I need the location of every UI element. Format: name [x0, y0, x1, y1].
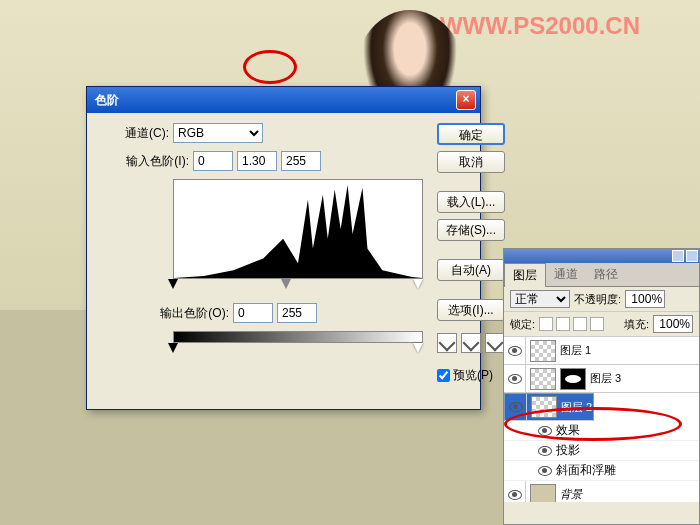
layer-mask-thumbnail [560, 368, 586, 390]
panel-header[interactable] [504, 249, 699, 263]
output-levels-label: 输出色阶(O): [103, 305, 229, 322]
close-button[interactable]: × [456, 90, 476, 110]
opacity-label: 不透明度: [574, 292, 621, 307]
layer-item-background[interactable]: 背景 [504, 481, 699, 502]
channel-label: 通道(C): [103, 125, 169, 142]
gray-eyedropper-icon[interactable] [461, 333, 481, 353]
layers-list: 图层 1 图层 3 图层 2 效果 投影 斜面和浮雕 背景 [504, 337, 699, 502]
preview-label: 预览(P) [453, 367, 493, 384]
preview-checkbox[interactable] [437, 369, 450, 382]
lock-all-icon[interactable] [590, 317, 604, 331]
tab-layers[interactable]: 图层 [504, 263, 546, 287]
lock-transparent-icon[interactable] [539, 317, 553, 331]
layer-item-2[interactable]: 图层 2 [504, 393, 594, 421]
watermark: WWW.PS2000.CN [440, 12, 640, 40]
black-point-slider[interactable] [168, 279, 178, 289]
options-button[interactable]: 选项(I)... [437, 299, 505, 321]
output-slider-track[interactable] [173, 343, 423, 355]
eye-icon [508, 374, 522, 384]
eye-icon [508, 346, 522, 356]
eye-icon [509, 402, 523, 412]
histogram [173, 179, 423, 279]
eye-icon [508, 490, 522, 500]
white-point-slider[interactable] [413, 279, 423, 289]
fx-bevel[interactable]: 斜面和浮雕 [504, 461, 699, 481]
dialog-title: 色阶 [91, 92, 456, 109]
black-eyedropper-icon[interactable] [437, 333, 457, 353]
panel-tabs: 图层 通道 路径 [504, 263, 699, 287]
layer-thumbnail [530, 484, 556, 503]
auto-button[interactable]: 自动(A) [437, 259, 505, 281]
fx-effects[interactable]: 效果 [504, 421, 699, 441]
layer-item-3[interactable]: 图层 3 [504, 365, 699, 393]
visibility-toggle[interactable] [505, 394, 527, 420]
visibility-toggle[interactable] [504, 365, 526, 392]
blend-mode-select[interactable]: 正常 [510, 290, 570, 308]
tab-paths[interactable]: 路径 [586, 263, 626, 286]
layer-item-1[interactable]: 图层 1 [504, 337, 699, 365]
layer-name: 图层 2 [561, 400, 593, 415]
white-eyedropper-icon[interactable] [485, 333, 505, 353]
load-button[interactable]: 载入(L)... [437, 191, 505, 213]
fx-drop-shadow[interactable]: 投影 [504, 441, 699, 461]
input-levels-label: 输入色阶(I): [103, 153, 189, 170]
input-white-field[interactable] [281, 151, 321, 171]
layers-panel: 图层 通道 路径 正常 不透明度: 锁定: 填充: 图层 1 图层 3 [503, 248, 700, 525]
output-black-field[interactable] [233, 303, 273, 323]
input-gamma-field[interactable] [237, 151, 277, 171]
save-button[interactable]: 存储(S)... [437, 219, 505, 241]
fill-label: 填充: [624, 317, 649, 332]
layer-name: 图层 1 [560, 343, 699, 358]
tab-channels[interactable]: 通道 [546, 263, 586, 286]
eye-icon [538, 446, 552, 456]
layer-name: 背景 [560, 487, 699, 502]
dialog-titlebar[interactable]: 色阶 × [87, 87, 480, 113]
layer-name: 图层 3 [590, 371, 699, 386]
eye-icon [538, 426, 552, 436]
lock-pixels-icon[interactable] [556, 317, 570, 331]
visibility-toggle[interactable] [504, 481, 526, 502]
lock-label: 锁定: [510, 317, 535, 332]
close-panel-icon[interactable] [686, 250, 698, 262]
visibility-toggle[interactable] [504, 337, 526, 364]
layer-thumbnail [530, 368, 556, 390]
eye-icon [538, 466, 552, 476]
output-white-slider[interactable] [413, 343, 423, 353]
layer-thumbnail [530, 340, 556, 362]
cancel-button[interactable]: 取消 [437, 151, 505, 173]
gamma-slider[interactable] [281, 279, 291, 289]
input-slider-track[interactable] [173, 279, 423, 291]
opacity-field[interactable] [625, 290, 665, 308]
levels-dialog: 色阶 × 通道(C): RGB 输入色阶(I): [86, 86, 481, 410]
fill-field[interactable] [653, 315, 693, 333]
input-black-field[interactable] [193, 151, 233, 171]
lock-position-icon[interactable] [573, 317, 587, 331]
minimize-panel-icon[interactable] [672, 250, 684, 262]
output-black-slider[interactable] [168, 343, 178, 353]
output-white-field[interactable] [277, 303, 317, 323]
output-gradient [173, 331, 423, 343]
layer-thumbnail [531, 396, 557, 418]
channel-select[interactable]: RGB [173, 123, 263, 143]
ok-button[interactable]: 确定 [437, 123, 505, 145]
